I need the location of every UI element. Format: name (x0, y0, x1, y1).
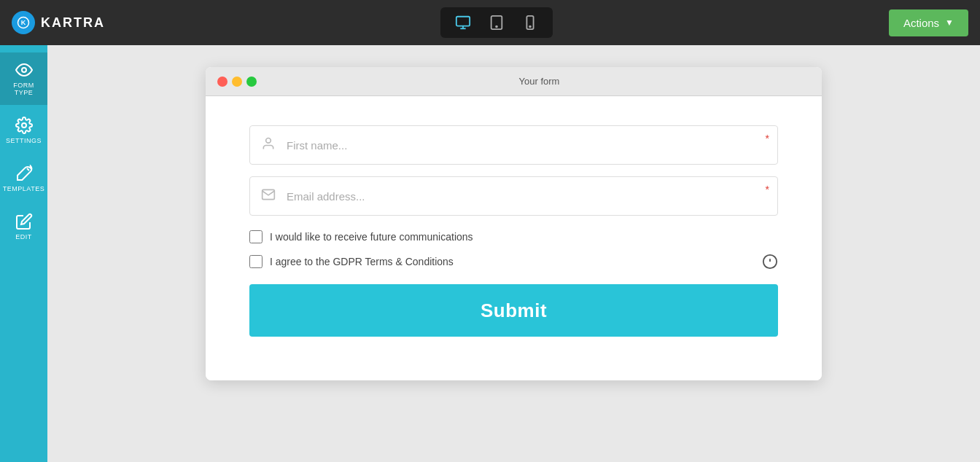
sidebar-item-templates[interactable]: TEMPLATES (0, 156, 47, 201)
sidebar-item-templates-label: TEMPLATES (3, 185, 44, 192)
browser-title: Your form (268, 76, 810, 87)
first-name-input[interactable] (249, 125, 778, 165)
required-star-firstname: * (766, 133, 769, 144)
communications-checkbox[interactable] (249, 230, 262, 243)
sidebar: FORM TYPE SETTINGS TEMPLATES EDIT (0, 45, 47, 462)
email-icon (261, 187, 276, 205)
svg-point-9 (22, 68, 26, 72)
svg-rect-2 (456, 17, 470, 26)
sidebar-item-edit[interactable]: EDIT (0, 204, 47, 249)
gdpr-checkbox[interactable] (249, 255, 262, 268)
sidebar-item-settings-label: SETTINGS (6, 137, 42, 144)
actions-button[interactable]: Actions ▼ (889, 9, 968, 36)
gear-icon (15, 117, 33, 134)
checkbox-item-communications: I would like to receive future communica… (249, 230, 778, 243)
gdpr-label: I agree to the GDPR Terms & Conditions (270, 256, 454, 267)
logo-icon: K (12, 11, 35, 34)
sidebar-item-settings[interactable]: SETTINGS (0, 108, 47, 153)
svg-point-10 (22, 123, 26, 128)
dot-close (217, 77, 228, 87)
first-name-field: * (249, 125, 778, 165)
logo: K KARTRA (12, 11, 105, 34)
info-icon[interactable] (762, 254, 778, 270)
browser-titlebar: Your form (206, 67, 822, 96)
mobile-view-button[interactable] (516, 12, 544, 34)
communications-label: I would like to receive future communica… (270, 231, 473, 243)
pencil-icon (15, 213, 33, 230)
sidebar-item-form-type[interactable]: FORM TYPE (0, 52, 47, 105)
sidebar-item-edit-label: EDIT (15, 233, 32, 240)
submit-button[interactable]: Submit (249, 284, 778, 337)
svg-point-8 (530, 26, 532, 28)
dot-maximize (246, 77, 257, 87)
content-area: Your form * (47, 45, 980, 462)
checkbox-group: I would like to receive future communica… (249, 230, 778, 270)
tablet-view-button[interactable] (483, 12, 510, 34)
navbar: K KARTRA Actions ▼ (0, 0, 980, 45)
checkbox-item-gdpr: I agree to the GDPR Terms & Conditions (249, 254, 778, 270)
logo-text: KARTRA (41, 15, 105, 31)
svg-line-11 (27, 168, 29, 171)
eye-icon (15, 61, 33, 79)
required-star-email: * (766, 184, 769, 195)
main-layout: FORM TYPE SETTINGS TEMPLATES EDIT (0, 45, 980, 462)
chevron-down-icon: ▼ (945, 17, 954, 28)
email-field: * (249, 176, 778, 216)
svg-point-12 (266, 138, 271, 144)
person-icon (261, 136, 276, 154)
sidebar-item-form-type-label: FORM TYPE (6, 82, 42, 96)
email-input[interactable] (249, 176, 778, 216)
form-content: * * I wou (206, 96, 822, 380)
dot-minimize (232, 77, 242, 87)
svg-point-6 (497, 26, 498, 28)
brush-icon (15, 165, 33, 182)
browser-dots (217, 77, 257, 87)
desktop-view-button[interactable] (449, 12, 477, 34)
svg-text:K: K (21, 19, 26, 26)
device-switcher (440, 7, 553, 38)
browser-window: Your form * (206, 67, 822, 380)
